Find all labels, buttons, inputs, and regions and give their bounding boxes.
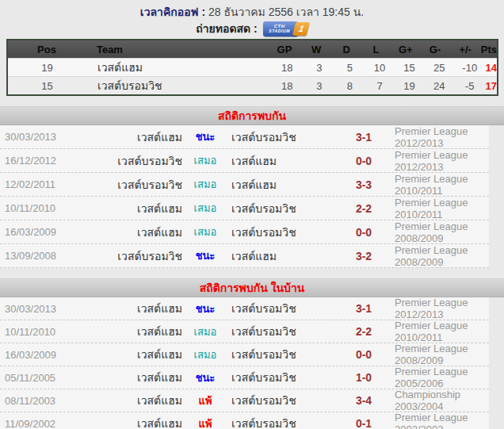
match-score: 0-0 (347, 226, 380, 239)
match-away-team: เวสต์บรอมวิช (222, 346, 347, 363)
standings-goal-diff: -5 (454, 80, 486, 92)
match-list: 30/03/2013 เวสต์แฮม ชนะ เวสต์บรอมวิช 3-1… (0, 297, 489, 429)
match-date: 10/11/2010 (0, 326, 78, 338)
match-row: 10/11/2010 เวสต์แฮม เสมอ เวสต์บรอมวิช 2-… (0, 197, 489, 220)
match-date: 08/11/2003 (0, 395, 78, 407)
match-league: Premier League 2008/2009 (380, 220, 489, 244)
match-date: 16/12/2012 (0, 155, 78, 167)
match-result-word: เสมอ (189, 224, 222, 240)
match-date: 13/09/2008 (0, 250, 78, 262)
standings-pos: 19 (8, 62, 86, 74)
match-row: 13/09/2008 เวสต์บรอมวิช ชนะ เวสต์แฮม 3-2… (0, 244, 489, 268)
match-home-team: เวสต์บรอมวิช (78, 176, 182, 193)
standings-col-header: G- (420, 44, 449, 56)
standings-wins: 3 (304, 80, 335, 92)
standings-row: 15 เวสต์บรอมวิช 18 3 8 7 19 24 -5 17 (8, 76, 497, 94)
standings-points: 17 (486, 80, 497, 92)
match-score: 3-1 (347, 302, 380, 315)
badge-line2: STADIUM (269, 29, 290, 34)
match-away-team: เวสต์บรอมวิช (222, 200, 347, 217)
match-result-word: เสมอ (189, 324, 222, 340)
cth-stadium-1-badge: CTH STADIUM 1 (263, 21, 308, 36)
standings-draws: 8 (335, 80, 365, 92)
section-header-band: สถิติการพบกัน (0, 106, 504, 125)
match-score: 2-2 (347, 325, 380, 338)
match-away-team: เวสต์บรอมวิช (222, 369, 347, 386)
standings-col-header: +/- (450, 44, 481, 56)
section-header-band: สถิติการพบกัน ในบ้าน (0, 278, 504, 297)
match-home-team: เวสต์บรอมวิช (78, 152, 182, 170)
match-date: 12/02/2011 (0, 178, 78, 190)
match-score: 2-2 (347, 202, 380, 215)
match-date: 30/03/2013 (0, 303, 78, 315)
standings-table: PosTeamGPWDLG+G-+/-Pts 19 เวสต์แฮม 18 3 … (6, 39, 498, 96)
standings-row: 19 เวสต์แฮม 18 3 5 10 15 25 -10 14 (8, 58, 497, 76)
match-row: 16/12/2012 เวสต์บรอมวิช เสมอ เวสต์แฮม 0-… (0, 149, 489, 173)
match-home-team: เวสต์แฮม (78, 323, 182, 340)
standings-draws: 5 (335, 62, 365, 74)
match-home-team: เวสต์แฮม (78, 128, 182, 146)
match-league: Premier League 2010/2011 (380, 173, 489, 197)
standings-pos: 15 (8, 80, 86, 92)
match-row: 30/03/2013 เวสต์แฮม ชนะ เวสต์บรอมวิช 3-1… (0, 125, 489, 149)
match-away-team: เวสต์แฮม (222, 152, 347, 170)
standings-team-name: เวสต์บรอมวิช (86, 77, 271, 94)
match-score: 3-1 (347, 131, 380, 144)
match-home-team: เวสต์แฮม (78, 346, 182, 363)
standings-goals-for: 19 (395, 80, 425, 92)
match-league: Premier League 2010/2011 (380, 320, 489, 343)
standings-col-header: GP (268, 44, 300, 56)
match-result-word: ชนะ (189, 370, 222, 386)
standings-body: 19 เวสต์แฮม 18 3 5 10 15 25 -10 14 15 เว… (8, 58, 497, 94)
match-date: 30/03/2013 (0, 131, 78, 143)
match-result-word: เสมอ (189, 347, 222, 363)
match-row: 08/11/2003 เวสต์แฮม แพ้ เวสต์บรอมวิช 3-4… (0, 389, 489, 412)
section-title: สถิติการพบกัน ในบ้าน (200, 279, 305, 297)
match-row: 12/02/2011 เวสต์บรอมวิช เสมอ เวสต์แฮม 3-… (0, 173, 489, 197)
match-home-team: เวสต์แฮม (78, 392, 182, 409)
match-row: 11/09/2002 เวสต์แฮม แพ้ เวสต์บรอมวิช 0-1… (0, 412, 489, 429)
match-home-team: เวสต์แฮม (78, 200, 182, 217)
match-away-team: เวสต์บรอมวิช (222, 392, 347, 409)
match-league: Premier League 2010/2011 (380, 197, 489, 220)
standings-col-header: Pos (8, 44, 86, 56)
match-home-team: เวสต์แฮม (78, 224, 182, 241)
match-league: Championship 2003/2004 (380, 389, 489, 412)
match-result-word: แพ้ (189, 393, 222, 409)
match-league: Premier League 2012/2013 (380, 297, 489, 320)
match-date: 10/11/2010 (0, 202, 78, 214)
match-row: 05/11/2005 เวสต์แฮม ชนะ เวสต์บรอมวิช 1-0… (0, 366, 489, 389)
match-row: 16/03/2009 เวสต์แฮม เสมอ เวสต์บรอมวิช 0-… (0, 220, 489, 244)
match-away-team: เวสต์บรอมวิช (222, 415, 347, 429)
match-score: 0-0 (347, 155, 380, 167)
kickoff-label: เวลาคิกออฟ : (140, 6, 205, 18)
standings-col-header: G+ (391, 44, 420, 56)
match-result-word: เสมอ (189, 176, 222, 193)
match-row: 16/03/2009 เวสต์แฮม เสมอ เวสต์บรอมวิช 0-… (0, 343, 489, 366)
standings-col-header: W (301, 44, 332, 56)
match-date: 16/03/2009 (0, 226, 78, 238)
standings-col-header: L (361, 44, 391, 56)
standings-points: 14 (486, 62, 497, 74)
h2h-section: สถิติการพบกัน 30/03/2013 เวสต์แฮม ชนะ เว… (0, 106, 504, 268)
match-score: 0-1 (347, 417, 380, 429)
match-score: 0-0 (347, 348, 380, 361)
match-date: 16/03/2009 (0, 349, 78, 361)
match-home-team: เวสต์แฮม (78, 369, 182, 386)
match-league: Premier League 2012/2013 (380, 149, 489, 173)
match-away-team: เวสต์บรอมวิช (222, 323, 347, 340)
match-result-word: ชนะ (189, 128, 222, 145)
standings-goals-against: 25 (424, 62, 454, 74)
sections-container: สถิติการพบกัน 30/03/2013 เวสต์แฮม ชนะ เว… (0, 106, 504, 429)
standings-gp: 18 (271, 62, 304, 74)
standings-col-header: Team (86, 44, 268, 56)
kickoff-datetime: 28 ธันวาคม 2556 เวลา 19:45 น. (208, 6, 364, 18)
match-date: 05/11/2005 (0, 372, 78, 384)
match-league: Premier League 2002/2003 (380, 412, 489, 429)
match-row: 10/11/2010 เวสต์แฮม เสมอ เวสต์บรอมวิช 2-… (0, 320, 489, 343)
match-home-team: เวสต์แฮม (78, 415, 182, 429)
standings-col-header: D (332, 44, 361, 56)
match-away-team: เวสต์แฮม (222, 176, 347, 193)
match-result-word: แพ้ (189, 416, 222, 429)
match-league: Premier League 2008/2009 (380, 343, 489, 366)
